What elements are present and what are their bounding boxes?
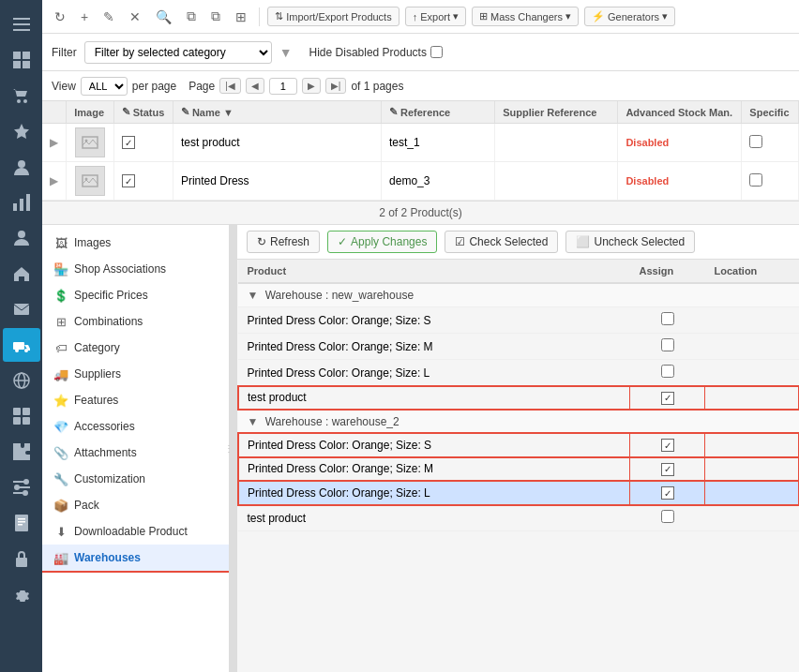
add-button[interactable]: + — [76, 7, 93, 27]
product-specific-checkbox[interactable] — [749, 135, 762, 148]
svg-rect-15 — [14, 304, 29, 315]
sidebar-dashboard-icon[interactable] — [3, 43, 40, 77]
sidebar-home-icon[interactable] — [3, 257, 40, 291]
sidebar-settings-icon[interactable] — [3, 577, 40, 611]
attachments-menu-icon: 📎 — [53, 445, 68, 460]
menu-item-customization[interactable]: 🔧 Customization — [42, 466, 229, 492]
first-page-button[interactable]: |◀ — [219, 78, 241, 94]
wh-assign-cell — [630, 505, 705, 531]
next-page-button[interactable]: ▶ — [302, 78, 321, 94]
specific-prices-menu-label: Specific Prices — [74, 289, 148, 302]
copy-button[interactable]: ⧉ — [182, 6, 201, 27]
copy2-button[interactable]: ⧉ — [206, 6, 225, 27]
menu-item-combinations[interactable]: ⊞ Combinations — [42, 308, 229, 335]
menu-item-shop-associations[interactable]: 🏪 Shop Associations — [42, 256, 229, 282]
wh-section-name: Warehouse : new_warehouse — [265, 289, 414, 302]
sidebar-catalog-icon[interactable] — [3, 114, 40, 148]
import-export-button[interactable]: ⇅ Import/Export Products — [267, 7, 400, 26]
wh-section-header-warehouse-2: ▼ Warehouse : warehouse_2 — [238, 410, 799, 433]
menu-item-attachments[interactable]: 📎 Attachments — [42, 440, 229, 466]
sidebar-globe-icon[interactable] — [3, 364, 40, 397]
wh-assign-checkbox-checked[interactable]: ✓ — [661, 439, 674, 452]
hide-disabled-text: Hide Disabled Products — [309, 46, 427, 59]
wh-assign-checkbox[interactable] — [661, 510, 674, 523]
product-status-checkbox[interactable]: ✓ — [122, 174, 135, 187]
mass-changers-button[interactable]: ⊞ Mass Changers ▾ — [472, 7, 579, 26]
menu-item-downloadable-product[interactable]: ⬇ Downloadable Product — [42, 518, 229, 545]
menu-item-features[interactable]: ⭐ Features — [42, 387, 229, 413]
sidebar-lock-icon[interactable] — [3, 542, 40, 575]
check-selected-label: Check Selected — [469, 235, 548, 248]
row-expand-btn[interactable]: ▶ — [42, 124, 67, 162]
col-image: Image — [67, 101, 113, 124]
search-button[interactable]: 🔍 — [151, 7, 176, 27]
sidebar-menu-icon[interactable] — [3, 7, 40, 41]
svg-rect-30 — [13, 492, 23, 494]
grid-button[interactable]: ⊞ — [231, 7, 251, 27]
sidebar-orders-icon[interactable] — [3, 79, 40, 112]
wh-uncheck-selected-button[interactable]: ⬜ Uncheck Selected — [565, 231, 695, 253]
svg-rect-23 — [23, 408, 30, 415]
products-count: 2 of 2 Product(s) — [42, 201, 799, 224]
svg-point-31 — [23, 490, 28, 496]
panel-drag-handle[interactable]: ⋮⋮ — [230, 225, 237, 672]
menu-item-category[interactable]: 🏷 Category — [42, 335, 229, 361]
menu-item-accessories[interactable]: 💎 Accessories — [42, 413, 229, 440]
wh-check-selected-button[interactable]: ☑ Check Selected — [445, 231, 558, 253]
edit-button[interactable]: ✎ — [98, 7, 119, 27]
wh-assign-checkbox-checked[interactable]: ✓ — [661, 463, 674, 476]
svg-point-17 — [15, 349, 19, 352]
product-status-checkbox[interactable]: ✓ — [122, 136, 135, 149]
menu-item-pack[interactable]: 📦 Pack — [42, 492, 229, 518]
view-per-page-select[interactable]: ALL — [81, 77, 128, 96]
filter-select[interactable]: Filter by selected category — [84, 41, 272, 64]
wh-product-name: Printed Dress Color: Orange; Size: M — [238, 334, 630, 360]
table-row: ▶ ✓ Printed Dress demo_3 — [42, 162, 799, 201]
sidebar-puzzle-icon[interactable] — [3, 435, 40, 469]
sidebar-messages-icon[interactable] — [3, 292, 40, 326]
menu-item-warehouses[interactable]: 🏭 Warehouses — [42, 545, 229, 573]
product-specific-checkbox[interactable] — [749, 173, 762, 187]
wh-assign-checkbox-checked[interactable]: ✓ — [661, 486, 674, 500]
wh-product-row: Printed Dress Color: Orange; Size: M — [238, 334, 799, 360]
sidebar-stats-icon[interactable] — [3, 186, 40, 219]
export-button[interactable]: ↑ Export ▾ — [405, 7, 466, 26]
wh-assign-checkbox[interactable] — [661, 338, 674, 351]
generators-button[interactable]: ⚡ Generators ▾ — [584, 7, 675, 26]
product-advanced-stock-cell: Disabled — [618, 124, 742, 162]
prev-page-button[interactable]: ◀ — [246, 78, 264, 94]
wh-refresh-button[interactable]: ↻ Refresh — [247, 231, 320, 253]
pack-menu-icon: 📦 — [53, 498, 68, 513]
wh-section-toggle-icon[interactable]: ▼ — [248, 289, 259, 302]
hide-disabled-checkbox[interactable] — [430, 46, 443, 58]
pack-menu-label: Pack — [74, 499, 99, 512]
row-expand-btn[interactable]: ▶ — [42, 162, 67, 201]
sidebar-customers-icon[interactable] — [3, 150, 40, 184]
generators-arrow-icon: ▾ — [662, 10, 668, 22]
menu-item-specific-prices[interactable]: 💲 Specific Prices — [42, 282, 229, 308]
page-number-input[interactable] — [269, 78, 297, 95]
supplier-ref-col-label: Supplier Reference — [503, 107, 596, 118]
menu-item-images[interactable]: 🖼 Images — [42, 230, 229, 256]
sidebar-sliders-icon[interactable] — [3, 470, 40, 504]
wh-section-toggle-icon[interactable]: ▼ — [248, 415, 259, 428]
sidebar-pages-icon[interactable] — [3, 506, 40, 540]
svg-point-37 — [84, 140, 87, 142]
customization-menu-icon: 🔧 — [53, 471, 68, 486]
images-menu-icon: 🖼 — [53, 235, 68, 250]
wh-assign-checkbox[interactable] — [661, 312, 674, 325]
menu-item-suppliers[interactable]: 🚚 Suppliers — [42, 361, 229, 387]
refresh-button[interactable]: ↻ — [50, 7, 70, 27]
of-pages-label: of 1 pages — [351, 80, 403, 93]
sidebar-transport-icon[interactable] — [3, 328, 40, 362]
product-name: test product — [181, 136, 240, 149]
wh-assign-checkbox-checked[interactable]: ✓ — [661, 392, 674, 405]
wh-assign-checkbox[interactable] — [661, 365, 674, 378]
wh-apply-changes-button[interactable]: ✓ Apply Changes — [327, 231, 437, 253]
last-page-button[interactable]: ▶| — [325, 78, 347, 94]
sidebar-user-icon[interactable] — [3, 221, 40, 255]
delete-button[interactable]: ✕ — [125, 7, 145, 27]
sidebar-modules-icon[interactable] — [3, 399, 40, 433]
wh-col-assign: Assign — [630, 260, 705, 283]
products-table-header-row: Image ✎ Status ✎ Name ▼ — [42, 101, 799, 124]
